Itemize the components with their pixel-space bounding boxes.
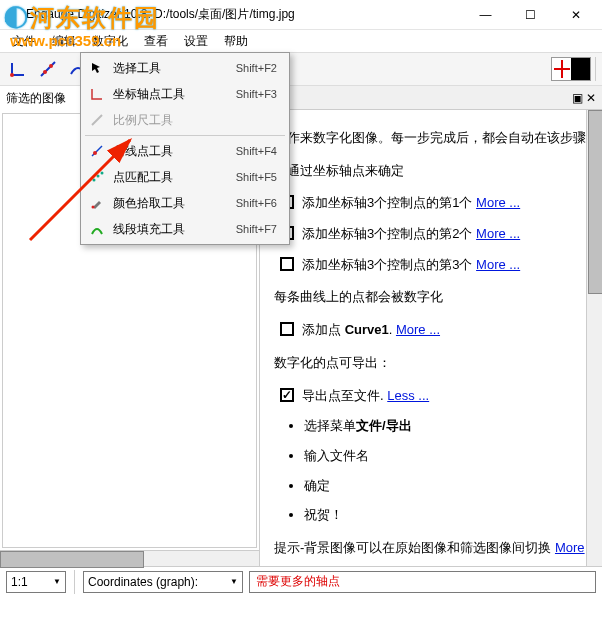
zoom-selector[interactable]: 1:1 ▼ bbox=[6, 571, 66, 593]
menu-axis-tool[interactable]: 坐标轴点工具 Shift+F3 bbox=[81, 81, 289, 107]
guide-curve-intro: 每条曲线上的点都会被数字化 bbox=[274, 285, 588, 310]
panel-controls[interactable]: ▣ ✕ bbox=[572, 91, 596, 105]
svg-rect-1 bbox=[9, 12, 12, 22]
coordinate-mode-selector[interactable]: Coordinates (graph): ▼ bbox=[83, 571, 243, 593]
guide-content: 操作来数字化图像。每一步完成后，都会自动在该步骤 系通过坐标轴点来确定 添加坐标… bbox=[260, 110, 602, 566]
guide-export-intro: 数字化的点可导出： bbox=[274, 351, 588, 376]
right-pane: 指南 ▣ ✕ 操作来数字化图像。每一步完成后，都会自动在该步骤 系通过坐标轴点来… bbox=[260, 86, 602, 566]
coordinate-label: Coordinates (graph): bbox=[88, 575, 198, 589]
axis-point-1-text: 添加坐标轴3个控制点的第1个 bbox=[302, 195, 472, 210]
toolbar-separator bbox=[595, 57, 596, 81]
cursor-icon bbox=[87, 59, 107, 77]
axis-point-2-row: 添加坐标轴3个控制点的第2个 More ... bbox=[280, 222, 588, 247]
menu-help[interactable]: 帮助 bbox=[216, 31, 256, 52]
curvepoint-icon bbox=[87, 142, 107, 160]
ruler-icon bbox=[87, 111, 107, 129]
svg-line-13 bbox=[92, 115, 102, 125]
more-link[interactable]: More ... bbox=[476, 226, 520, 241]
step1b: 文件/导出 bbox=[356, 418, 412, 433]
list-item: 祝贺！ bbox=[304, 503, 588, 528]
addpt-text-a: 添加点 bbox=[302, 322, 345, 337]
menu-scale-tool: 比例尺工具 bbox=[81, 107, 289, 133]
color-swatch-red-black[interactable] bbox=[551, 57, 591, 81]
statusbar: 1:1 ▼ Coordinates (graph): ▼ 需要更多的轴点 bbox=[0, 566, 602, 596]
digitize-dropdown: 选择工具 Shift+F2 坐标轴点工具 Shift+F3 比例尺工具 曲线点工… bbox=[80, 52, 290, 245]
more-link[interactable]: More ... bbox=[476, 257, 520, 272]
axis-point-3-text: 添加坐标轴3个控制点的第3个 bbox=[302, 257, 472, 272]
picker-icon bbox=[87, 194, 107, 212]
list-item: 确定 bbox=[304, 474, 588, 499]
tool-point-icon[interactable] bbox=[34, 55, 62, 83]
menu-file[interactable]: 文件 bbox=[4, 31, 44, 52]
menu-edit[interactable]: 编辑 bbox=[44, 31, 84, 52]
menu-segment-fill-tool[interactable]: 线段填充工具 Shift+F7 bbox=[81, 216, 289, 242]
menu-point-match-tool[interactable]: 点匹配工具 Shift+F5 bbox=[81, 164, 289, 190]
svg-point-15 bbox=[93, 151, 97, 155]
chevron-down-icon: ▼ bbox=[230, 577, 238, 586]
menu-digitize[interactable]: 数字化 bbox=[84, 31, 136, 52]
export-steps: 选择菜单文件/导出 输入文件名 确定 祝贺！ bbox=[304, 414, 588, 528]
svg-point-16 bbox=[93, 179, 96, 182]
match-icon bbox=[87, 168, 107, 186]
svg-point-17 bbox=[97, 175, 100, 178]
close-button[interactable]: ✕ bbox=[553, 1, 598, 29]
guide-axis-intro: 系通过坐标轴点来确定 bbox=[274, 159, 588, 184]
menu-curve-point-tool[interactable]: 曲线点工具 Shift+F4 bbox=[81, 138, 289, 164]
zoom-value: 1:1 bbox=[11, 575, 28, 589]
addpt-curve-name: Curve1 bbox=[345, 322, 389, 337]
guide-hint: 提示-背景图像可以在原始图像和筛选图像间切换 More ... bbox=[274, 536, 588, 566]
axis-point-3-row: 添加坐标轴3个控制点的第3个 More ... bbox=[280, 253, 588, 278]
add-point-row: 添加点 Curve1. More ... bbox=[280, 318, 588, 343]
export-text: 导出点至文件. bbox=[302, 388, 384, 403]
svg-line-4 bbox=[41, 62, 55, 76]
less-link[interactable]: Less ... bbox=[387, 388, 429, 403]
export-row: 导出点至文件. Less ... bbox=[280, 384, 588, 409]
checkbox-checked-icon[interactable] bbox=[280, 388, 294, 402]
more-link[interactable]: More ... bbox=[476, 195, 520, 210]
window-title: Engauge Digitizer 10.8: D:/tools/桌面/图片/t… bbox=[26, 6, 463, 23]
menu-select-tool[interactable]: 选择工具 Shift+F2 bbox=[81, 55, 289, 81]
svg-point-19 bbox=[92, 206, 95, 209]
svg-line-14 bbox=[92, 146, 102, 156]
svg-point-5 bbox=[43, 70, 47, 74]
more-link[interactable]: More ... bbox=[396, 322, 440, 337]
axis-point-2-text: 添加坐标轴3个控制点的第2个 bbox=[302, 226, 472, 241]
horizontal-scrollbar[interactable] bbox=[0, 550, 259, 566]
status-message: 需要更多的轴点 bbox=[249, 571, 596, 593]
guide-intro: 操作来数字化图像。每一步完成后，都会自动在该步骤 bbox=[274, 126, 588, 151]
svg-rect-0 bbox=[5, 15, 8, 22]
menubar: 文件 编辑 数字化 查看 设置 帮助 bbox=[0, 30, 602, 52]
menu-view[interactable]: 查看 bbox=[136, 31, 176, 52]
list-item: 输入文件名 bbox=[304, 444, 588, 469]
svg-point-18 bbox=[101, 172, 104, 175]
titlebar: Engauge Digitizer 10.8: D:/tools/桌面/图片/t… bbox=[0, 0, 602, 30]
menu-settings[interactable]: 设置 bbox=[176, 31, 216, 52]
chevron-down-icon: ▼ bbox=[53, 577, 61, 586]
checkbox-icon[interactable] bbox=[280, 322, 294, 336]
axis-icon bbox=[87, 85, 107, 103]
svg-rect-2 bbox=[13, 9, 16, 22]
checkbox-icon[interactable] bbox=[280, 257, 294, 271]
maximize-button[interactable]: ☐ bbox=[508, 1, 553, 29]
addpt-text-b: . bbox=[389, 322, 393, 337]
menu-separator bbox=[85, 135, 285, 136]
minimize-button[interactable]: — bbox=[463, 1, 508, 29]
axis-point-1-row: 添加坐标轴3个控制点的第1个 More ... bbox=[280, 191, 588, 216]
list-item: 选择菜单文件/导出 bbox=[304, 414, 588, 439]
svg-point-6 bbox=[49, 64, 53, 68]
app-icon bbox=[4, 7, 20, 23]
menu-color-picker-tool[interactable]: 颜色拾取工具 Shift+F6 bbox=[81, 190, 289, 216]
status-separator bbox=[74, 570, 75, 594]
vertical-scrollbar[interactable] bbox=[586, 110, 602, 566]
step1a: 选择菜单 bbox=[304, 418, 356, 433]
tool-axis-icon[interactable] bbox=[4, 55, 32, 83]
guide-header: 指南 ▣ ✕ bbox=[260, 86, 602, 110]
svg-point-3 bbox=[10, 73, 14, 77]
fill-icon bbox=[87, 220, 107, 238]
